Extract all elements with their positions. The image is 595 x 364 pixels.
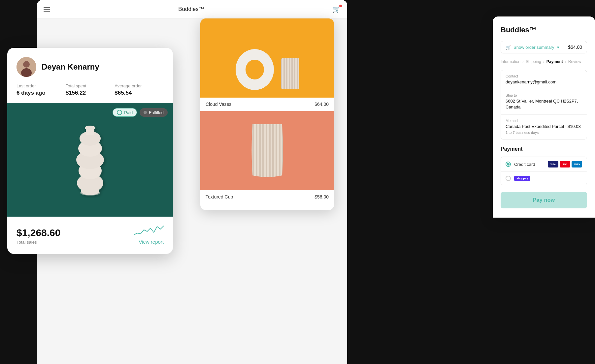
credit-card-option[interactable]: Credit card VISA MC AMEX bbox=[501, 157, 587, 172]
cloud-vases-info: Cloud Vases $64.00 bbox=[200, 98, 334, 111]
customer-card: Deyan Kenarny Last order 6 days ago Tota… bbox=[7, 48, 173, 254]
cart-summary-icon: 🛒 bbox=[506, 45, 511, 50]
customer-stats: Last order 6 days ago Total spent $156.2… bbox=[7, 83, 173, 103]
view-report-link[interactable]: View report bbox=[139, 239, 164, 245]
bg-panel-title: Buddies™ bbox=[178, 6, 204, 13]
cart-icon[interactable]: 🛒 bbox=[332, 5, 341, 13]
visa-logo: VISA bbox=[548, 161, 558, 167]
contact-value: deyankenarny@gmail.com bbox=[506, 79, 582, 85]
contact-row: Contact deyankenarny@gmail.com bbox=[501, 70, 587, 89]
sales-chart bbox=[134, 223, 164, 236]
breadcrumb-sep-3: › bbox=[565, 59, 566, 64]
textured-cup-price: $56.00 bbox=[314, 194, 329, 199]
stat-total-spent-value: $156.22 bbox=[66, 90, 115, 96]
contact-label: Contact bbox=[506, 74, 582, 78]
product-image-peach bbox=[200, 111, 334, 190]
order-summary-price: $64.00 bbox=[568, 45, 582, 50]
donut-vase-svg bbox=[233, 45, 276, 91]
badge-fulfilled: Fulfilled bbox=[140, 108, 168, 117]
svg-point-18 bbox=[85, 126, 95, 130]
card-footer: $1,268.60 Total sales View report bbox=[7, 217, 173, 254]
breadcrumb-information[interactable]: Information bbox=[501, 59, 520, 64]
card-product-image: Paid Fulfilled bbox=[7, 103, 173, 217]
total-sales-value: $1,268.60 bbox=[17, 227, 60, 238]
textured-cup-info: Textured Cup $56.00 bbox=[200, 190, 334, 203]
badge-paid: Paid bbox=[113, 108, 137, 117]
stat-avg-order: Average order $65.54 bbox=[115, 83, 164, 96]
textured-cup-name: Textured Cup bbox=[206, 194, 233, 199]
hamburger-icon[interactable] bbox=[44, 7, 50, 12]
method-row: Method Canada Post Expedited Parcel · $1… bbox=[501, 115, 587, 139]
shoppay-left: shoppay bbox=[506, 176, 530, 181]
payment-options: Credit card VISA MC AMEX shoppay bbox=[501, 157, 587, 185]
avatar-svg bbox=[17, 57, 36, 77]
footer-right: View report bbox=[134, 223, 164, 245]
shoppay-radio[interactable] bbox=[506, 176, 511, 181]
breadcrumb-nav: Information › Shipping › Payment › Revie… bbox=[501, 59, 587, 64]
ship-to-row: Ship to 6602 St Vallier, Montreal QC H2S… bbox=[501, 89, 587, 114]
mastercard-logo: MC bbox=[560, 161, 570, 167]
total-sales-section: $1,268.60 Total sales bbox=[17, 227, 60, 245]
payment-section: Payment Credit card VISA MC AMEX shoppay bbox=[501, 146, 587, 208]
product-panel: Cloud Vases $64.00 Textured Cup bbox=[200, 18, 334, 210]
amex-logo: AMEX bbox=[572, 161, 582, 167]
method-value: Canada Post Expedited Parcel · $10.08 bbox=[506, 124, 582, 130]
pay-now-button[interactable]: Pay now bbox=[501, 192, 587, 208]
total-sales-label: Total sales bbox=[17, 240, 60, 245]
customer-header: Deyan Kenarny bbox=[7, 48, 173, 83]
chevron-down-icon: ▾ bbox=[557, 45, 559, 50]
svg-point-1 bbox=[246, 60, 264, 79]
status-badges: Paid Fulfilled bbox=[113, 108, 168, 117]
stat-last-order: Last order 6 days ago bbox=[17, 83, 66, 96]
order-summary-left: 🛒 Show order summary ▾ bbox=[506, 45, 559, 50]
stat-total-spent-label: Total spent bbox=[66, 83, 115, 88]
credit-card-radio[interactable] bbox=[506, 162, 511, 167]
ship-to-value: 6602 St Vallier, Montreal QC H2S2P7, Can… bbox=[506, 98, 582, 110]
ridged-cup-svg bbox=[280, 58, 301, 91]
avatar bbox=[17, 57, 36, 77]
shoppay-option[interactable]: shoppay bbox=[501, 172, 587, 185]
order-summary-label: Show order summary bbox=[513, 45, 554, 50]
stat-total-spent: Total spent $156.22 bbox=[66, 83, 115, 96]
payment-title: Payment bbox=[501, 146, 587, 152]
cart-badge bbox=[339, 5, 342, 7]
stat-avg-order-label: Average order bbox=[115, 83, 164, 88]
card-logos: VISA MC AMEX bbox=[548, 161, 582, 167]
breadcrumb-sep-1: › bbox=[522, 59, 524, 64]
cloud-vases-price: $64.00 bbox=[314, 102, 329, 107]
product-item-cloud-vases[interactable]: Cloud Vases $64.00 bbox=[200, 18, 334, 111]
wavy-vase-svg bbox=[71, 122, 109, 198]
credit-card-label: Credit card bbox=[514, 162, 535, 167]
order-summary-toggle[interactable]: 🛒 Show order summary ▾ $64.00 bbox=[501, 41, 587, 53]
ship-to-label: Ship to bbox=[506, 93, 582, 97]
breadcrumb-review[interactable]: Review bbox=[568, 59, 581, 64]
checkout-title: Buddies™ bbox=[501, 26, 587, 34]
breadcrumb-sep-2: › bbox=[543, 59, 545, 64]
product-item-textured-cup[interactable]: Textured Cup $56.00 bbox=[200, 111, 334, 203]
checkout-info-box: Contact deyankenarny@gmail.com Ship to 6… bbox=[501, 70, 587, 139]
stat-avg-order-value: $65.54 bbox=[115, 90, 164, 96]
checkout-panel: Buddies™ 🛒 Show order summary ▾ $64.00 I… bbox=[493, 16, 595, 218]
cloud-vases-name: Cloud Vases bbox=[206, 102, 231, 107]
textured-cup-svg bbox=[248, 121, 287, 180]
stat-last-order-label: Last order bbox=[17, 83, 66, 88]
svg-rect-4 bbox=[281, 58, 299, 89]
vase-display bbox=[200, 18, 334, 98]
method-label: Method bbox=[506, 119, 582, 123]
svg-point-8 bbox=[23, 61, 30, 68]
product-image-yellow bbox=[200, 18, 334, 98]
breadcrumb-payment[interactable]: Payment bbox=[546, 59, 563, 64]
credit-card-left: Credit card bbox=[506, 162, 535, 167]
bg-panel-header: Buddies™ 🛒 bbox=[37, 0, 347, 18]
method-sub: 1 to 7 business days bbox=[506, 130, 582, 135]
customer-name: Deyan Kenarny bbox=[42, 62, 99, 72]
breadcrumb-shipping[interactable]: Shipping bbox=[526, 59, 541, 64]
shoppay-logo: shoppay bbox=[514, 176, 530, 181]
stat-last-order-value: 6 days ago bbox=[17, 90, 66, 96]
